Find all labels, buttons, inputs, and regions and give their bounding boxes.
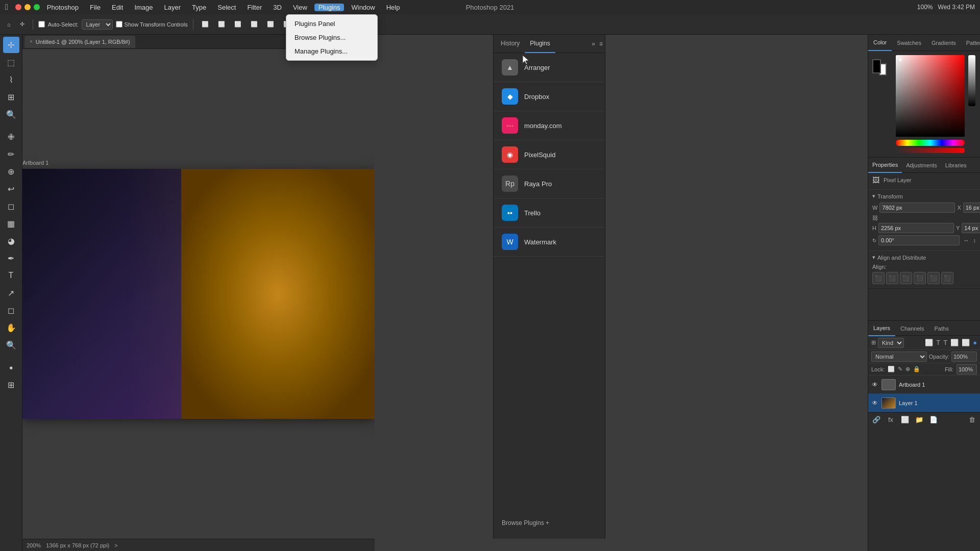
foreground-color[interactable]: ■ xyxy=(3,359,19,375)
dodge-tool[interactable]: ◕ xyxy=(3,233,19,249)
maximize-button[interactable] xyxy=(34,4,40,10)
apple-menu-icon[interactable]:  xyxy=(5,3,8,12)
pen-tool[interactable]: ✒ xyxy=(3,250,19,266)
tab-patterns[interactable]: Patterns xyxy=(961,35,980,51)
hue-slider[interactable] xyxy=(896,140,965,146)
tab-adjustments[interactable]: Adjustments xyxy=(902,158,941,173)
status-arrow[interactable]: > xyxy=(114,542,117,548)
filter-toggle[interactable]: ● xyxy=(973,339,977,346)
foreground-color-swatch[interactable] xyxy=(872,59,881,73)
menu-file[interactable]: File xyxy=(86,4,105,11)
path-select-tool[interactable]: ↗ xyxy=(3,285,19,301)
tab-paths[interactable]: Paths xyxy=(929,321,954,336)
brightness-slider[interactable] xyxy=(968,55,975,106)
align-center-v-btn[interactable]: ⬜ xyxy=(264,17,277,32)
color-gradient-picker[interactable] xyxy=(896,55,965,137)
y-input[interactable] xyxy=(962,223,980,233)
fill-input[interactable] xyxy=(957,364,977,374)
brush-tool[interactable]: ✏ xyxy=(3,146,19,162)
zoom-tool[interactable]: 🔍 xyxy=(3,337,19,353)
menu-type[interactable]: Type xyxy=(188,4,210,11)
menu-filter[interactable]: Filter xyxy=(243,4,266,11)
rotation-input[interactable] xyxy=(878,235,960,245)
x-input[interactable] xyxy=(963,203,980,213)
tab-gradients[interactable]: Gradients xyxy=(926,35,961,51)
crop-tool[interactable]: ⊞ xyxy=(3,89,19,105)
flip-h-btn[interactable]: ↔ xyxy=(964,237,969,243)
close-button[interactable] xyxy=(15,4,21,10)
plugin-item-dropbox[interactable]: ◆Dropbox xyxy=(494,82,605,111)
stamp-tool[interactable]: ⊕ xyxy=(3,163,19,180)
auto-select-dropdown[interactable]: Layer Group xyxy=(82,19,113,30)
menu-image[interactable]: Image xyxy=(130,4,157,11)
tab-color[interactable]: Color xyxy=(868,35,892,51)
link-layers-btn[interactable]: 🔗 xyxy=(871,415,881,425)
filter-pixel-btn[interactable]: ⬜ xyxy=(925,339,933,346)
menu-help[interactable]: Help xyxy=(382,4,404,11)
align-right-edge-btn[interactable]: ⬛ xyxy=(900,272,912,284)
hand-tool[interactable]: ✋ xyxy=(3,319,19,336)
panel-menu-btn[interactable]: ≡ xyxy=(599,40,603,47)
transform-title[interactable]: ▾ Transform xyxy=(872,193,976,199)
w-input[interactable] xyxy=(879,203,955,213)
home-button[interactable]: ⌂ xyxy=(4,17,14,32)
plugin-item-arranger[interactable]: ▲Arranger xyxy=(494,53,605,82)
tab-plugins[interactable]: Plugins xyxy=(525,35,555,53)
menu-3d[interactable]: 3D xyxy=(269,4,286,11)
eyedropper-tool[interactable]: 🔍 xyxy=(3,106,19,122)
create-layer-btn[interactable]: 📄 xyxy=(928,415,939,425)
filter-smart-btn[interactable]: ⬜ xyxy=(962,339,970,346)
align-bottom-edge-btn[interactable]: ⬛ xyxy=(941,272,953,284)
filter-shape-btn[interactable]: ⬜ xyxy=(950,339,959,346)
history-brush-tool[interactable]: ↩ xyxy=(3,181,19,197)
layer-artboard-1[interactable]: 👁 Artboard 1 xyxy=(868,375,980,394)
tab-properties[interactable]: Properties xyxy=(868,158,902,173)
move-tool-btn[interactable]: ✢ xyxy=(17,17,28,32)
menu-select[interactable]: Select xyxy=(213,4,240,11)
plugin-item-watermark[interactable]: WWatermark xyxy=(494,228,605,257)
manage-plugins-item[interactable]: Manage Plugins... xyxy=(286,44,377,58)
tab-layers[interactable]: Layers xyxy=(868,321,895,336)
align-center-h-btn[interactable]: ⬛ xyxy=(886,272,898,284)
lasso-tool[interactable]: ⌇ xyxy=(3,71,19,88)
align-center-h-btn[interactable]: ⬜ xyxy=(215,17,228,32)
create-group-btn[interactable]: 📁 xyxy=(914,415,924,425)
eraser-tool[interactable]: ◻ xyxy=(3,198,19,214)
lock-pixels-btn[interactable]: ⬜ xyxy=(888,366,895,372)
lock-artboards-btn[interactable]: ⊕ xyxy=(905,366,910,372)
filter-adjust-btn[interactable]: T xyxy=(936,339,940,346)
tab-swatches[interactable]: Swatches xyxy=(892,35,926,51)
align-top-btn[interactable]: ⬜ xyxy=(248,17,261,32)
rectangle-select-tool[interactable]: ⬚ xyxy=(3,54,19,70)
align-center-v-btn[interactable]: ⬛ xyxy=(927,272,940,284)
layer-1[interactable]: 👁 Layer 1 xyxy=(868,394,980,412)
lock-all-btn[interactable]: 🔒 xyxy=(913,366,920,372)
shape-tool[interactable]: ◻ xyxy=(3,302,19,318)
blend-mode-select[interactable]: Normal xyxy=(871,352,927,362)
align-right-btn[interactable]: ⬜ xyxy=(231,17,244,32)
plugin-item-mondaycom[interactable]: ●●●monday.com xyxy=(494,111,605,140)
align-left-btn[interactable]: ⬜ xyxy=(199,17,212,32)
menu-photoshop[interactable]: Photoshop xyxy=(43,4,83,11)
minimize-button[interactable] xyxy=(24,4,31,10)
artboard-tool[interactable]: ⊞ xyxy=(3,377,19,393)
show-transform-label[interactable]: Show Transform Controls xyxy=(116,21,188,28)
document-tab[interactable]: × Untitled-1 @ 200% (Layer 1, RGB/8#) xyxy=(24,36,135,48)
healing-brush-tool[interactable]: ✙ xyxy=(3,129,19,145)
alpha-slider[interactable] xyxy=(896,148,965,153)
flip-v-btn[interactable]: ↕ xyxy=(973,237,976,243)
delete-layer-btn[interactable]: 🗑 xyxy=(967,415,977,425)
visibility-icon-2[interactable]: 👁 xyxy=(871,399,878,407)
type-tool[interactable]: T xyxy=(3,267,19,284)
panel-expand-btn[interactable]: » xyxy=(592,40,595,47)
visibility-icon[interactable]: 👁 xyxy=(871,381,878,388)
menu-layer[interactable]: Layer xyxy=(160,4,185,11)
browse-plugins-item[interactable]: Browse Plugins... xyxy=(286,31,377,44)
opacity-input[interactable] xyxy=(951,352,977,362)
tab-libraries[interactable]: Libraries xyxy=(941,158,971,173)
menu-edit[interactable]: Edit xyxy=(108,4,127,11)
align-top-edge-btn[interactable]: ⬛ xyxy=(914,272,926,284)
align-left-edge-btn[interactable]: ⬛ xyxy=(872,272,885,284)
menu-view[interactable]: View xyxy=(289,4,311,11)
move-tool[interactable]: ✢ xyxy=(3,37,19,53)
